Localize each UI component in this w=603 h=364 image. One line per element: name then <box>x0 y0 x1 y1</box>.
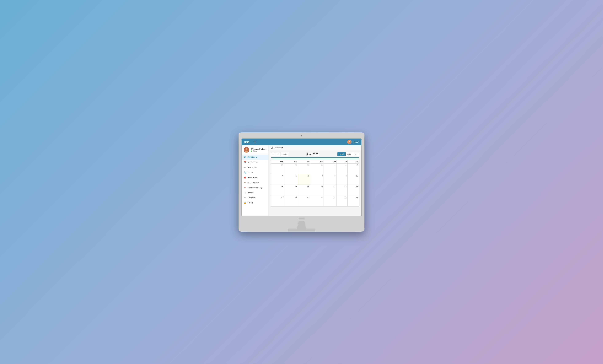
sidebar-item-doctor-label: Doctor <box>248 171 253 174</box>
status-dot <box>251 151 252 152</box>
svg-point-1 <box>246 148 247 150</box>
app-brand: HMS <box>244 141 250 143</box>
cal-day-5[interactable]: 5 <box>284 174 298 185</box>
sidebar-item-admit-history[interactable]: ↩ Admit History <box>242 180 268 185</box>
logout-label: Logout <box>353 141 359 143</box>
calendar-view-buttons: month week day <box>337 152 359 156</box>
cal-day-20[interactable]: 20 <box>298 196 310 207</box>
cal-day-6-today[interactable]: 6 <box>298 174 310 185</box>
calendar-next-button[interactable]: › <box>276 152 280 156</box>
sidebar-item-operation-history[interactable]: ↩ Operation History <box>242 185 268 190</box>
appointment-arrow: ‹ <box>266 161 266 163</box>
cal-day-7[interactable]: 7 <box>310 174 324 185</box>
user-status: Online <box>251 150 266 152</box>
cal-day-28-prev[interactable]: 28 <box>271 164 284 174</box>
sidebar-item-invoice[interactable]: ₹ Invoice <box>242 190 268 195</box>
cal-day-3[interactable]: 3 <box>348 164 359 174</box>
status-text: Online <box>253 150 257 152</box>
cal-day-19[interactable]: 19 <box>284 196 298 207</box>
cal-day-18[interactable]: 18 <box>271 196 284 207</box>
blood-bank-icon: 🩸 <box>244 176 246 179</box>
table-row: 4 5 6 7 8 9 10 <box>271 174 359 185</box>
sidebar-item-appointment[interactable]: 📅 Appointment ‹ <box>242 160 268 165</box>
calendar-section: ‹ › today June 2023 month week day <box>268 150 361 216</box>
invoice-icon: ₹ <box>244 191 246 194</box>
cal-day-13[interactable]: 13 <box>298 185 310 196</box>
cal-day-23[interactable]: 23 <box>336 196 348 207</box>
sidebar-item-blood-bank[interactable]: 🩸 Blood Bank <box>242 175 268 180</box>
calendar-week-button[interactable]: week <box>346 152 353 156</box>
dashboard-icon: ⊞ <box>244 156 246 158</box>
doctor-icon: 🩺 <box>244 171 246 174</box>
webcam <box>301 135 302 136</box>
sidebar-item-operation-history-label: Operation History <box>248 187 262 189</box>
col-wed: Wed <box>310 160 324 164</box>
sidebar-item-dashboard[interactable]: ⊞ Dashboard <box>242 155 268 160</box>
col-fri: Fri <box>336 160 348 164</box>
table-row: 11 12 13 14 15 16 17 <box>271 185 359 196</box>
cal-day-21[interactable]: 21 <box>310 196 324 207</box>
sidebar-item-prescription-label: Prescription <box>248 166 257 168</box>
topbar-left: HMS ☰ <box>244 141 256 143</box>
breadcrumb-icon: ⊞ <box>271 146 273 149</box>
sidebar-item-profile-label: Profile <box>248 202 253 204</box>
prescription-icon: ✒ <box>244 166 246 168</box>
cal-day-15[interactable]: 15 <box>324 185 336 196</box>
monitor-chin-bar <box>298 218 305 219</box>
topbar-avatar: P <box>347 140 352 144</box>
cal-day-10[interactable]: 10 <box>348 174 359 185</box>
user-name: Welcome Patient <box>251 148 266 150</box>
cal-day-12[interactable]: 12 <box>284 185 298 196</box>
calendar-title: June 2023 <box>306 153 319 156</box>
calendar-day-button[interactable]: day <box>353 152 359 156</box>
col-sat: Sat <box>348 160 359 164</box>
cal-day-4[interactable]: 4 <box>271 174 284 185</box>
cal-day-1[interactable]: 1 <box>324 164 336 174</box>
sidebar-item-appointment-label: Appointment <box>248 161 258 164</box>
sidebar-item-message[interactable]: ✉ Message <box>242 195 268 200</box>
cal-day-31-prev[interactable]: 31 <box>310 164 324 174</box>
sidebar-item-doctor[interactable]: 🩺 Doctor <box>242 170 268 175</box>
cal-day-16[interactable]: 16 <box>336 185 348 196</box>
col-mon: Mon <box>284 160 298 164</box>
admit-history-icon: ↩ <box>244 181 246 184</box>
monitor-chin <box>241 216 362 221</box>
topbar-avatar-img: P <box>347 140 352 144</box>
table-row: 28 29 30 31 1 2 3 <box>271 164 359 174</box>
message-icon: ✉ <box>244 197 246 199</box>
calendar-today-button[interactable]: today <box>281 152 288 156</box>
col-thu: Thu <box>324 160 336 164</box>
monitor-screen: HMS ☰ P Logout <box>241 138 362 216</box>
hamburger-menu[interactable]: ☰ <box>254 141 256 143</box>
content-area: ⊞ Dashboard ‹ › today June 2023 <box>268 145 361 216</box>
app-container: HMS ☰ P Logout <box>242 139 361 216</box>
sidebar-item-message-label: Message <box>248 197 255 199</box>
cal-day-22[interactable]: 22 <box>324 196 336 207</box>
monitor-base <box>288 229 315 232</box>
calendar-prev-button[interactable]: ‹ <box>271 152 275 156</box>
cal-day-17[interactable]: 17 <box>348 185 359 196</box>
table-row: 18 19 20 21 22 23 24 <box>271 196 359 207</box>
calendar-month-button[interactable]: month <box>337 152 346 156</box>
sidebar-item-admit-history-label: Admit History <box>248 182 259 184</box>
main-layout: Welcome Patient Online ⊞ Dashboard <box>242 145 361 216</box>
sidebar-item-profile[interactable]: 🔒 Profile <box>242 200 268 205</box>
appointment-icon: 📅 <box>244 161 246 164</box>
sidebar-item-prescription[interactable]: ✒ Prescription <box>242 165 268 170</box>
cal-day-2[interactable]: 2 <box>336 164 348 174</box>
cal-day-9[interactable]: 9 <box>336 174 348 185</box>
calendar-header-row: Sun Mon Tue Wed Thu Fri Sat <box>271 160 359 164</box>
topbar: HMS ☰ P Logout <box>242 139 361 145</box>
cal-day-8[interactable]: 8 <box>324 174 336 185</box>
cal-day-14[interactable]: 14 <box>310 185 324 196</box>
col-sun: Sun <box>271 160 284 164</box>
breadcrumb-label: Dashboard <box>274 147 283 149</box>
logout-button[interactable]: P Logout <box>347 140 359 144</box>
cal-day-30-prev[interactable]: 30 <box>298 164 310 174</box>
cal-day-11[interactable]: 11 <box>271 185 284 196</box>
sidebar-item-blood-bank-label: Blood Bank <box>248 176 257 179</box>
user-info: Welcome Patient Online <box>251 148 266 152</box>
cal-day-29-prev[interactable]: 29 <box>284 164 298 174</box>
cal-day-24[interactable]: 24 <box>348 196 359 207</box>
calendar-header: ‹ › today June 2023 month week day <box>271 152 359 158</box>
